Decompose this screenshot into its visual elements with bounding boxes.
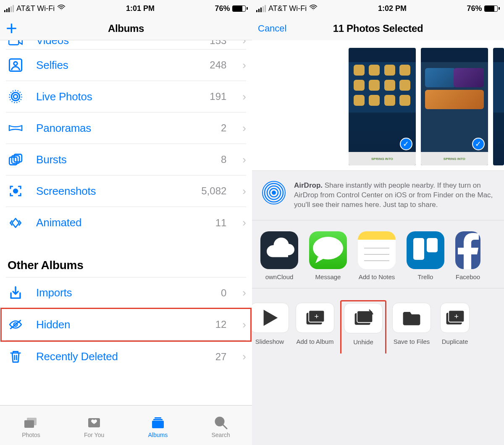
album-row-screenshots[interactable]: Screenshots 5,082 ›	[6, 175, 246, 207]
album-count: 27	[215, 351, 227, 363]
section-other-albums: Other Albums	[8, 259, 246, 272]
airdrop-section[interactable]: AirDrop. Share instantly with people nea…	[252, 171, 504, 220]
album-label: Recently Deleted	[36, 350, 203, 363]
album-row-selfies[interactable]: Selfies 248 ›	[6, 50, 246, 81]
album-label: Screenshots	[36, 185, 189, 198]
albums-screen: AT&T Wi-Fi 1:01 PM 76% + Albums Videos 1…	[0, 0, 252, 445]
tab-for-you[interactable]: For You	[84, 416, 104, 438]
album-label: Hidden	[36, 318, 203, 331]
share-app-trello[interactable]: Trello	[407, 231, 444, 280]
battery-icon	[484, 5, 500, 12]
share-actions-row[interactable]: Slideshow + Add to Album Unhide Save to …	[252, 288, 504, 353]
album-count: 2	[221, 122, 226, 134]
status-time: 1:02 PM	[378, 4, 407, 13]
chevron-icon: ›	[242, 90, 246, 103]
chevron-icon: ›	[242, 350, 246, 363]
share-apps-row[interactable]: ownCloud Message Add to Notes Trello Fac…	[252, 220, 504, 288]
album-label: Videos	[36, 40, 197, 47]
animated-icon	[8, 215, 24, 231]
share-sheet: AirDrop. Share instantly with people nea…	[252, 170, 504, 445]
action-label: Save to Files	[394, 338, 430, 345]
tab-label: Photos	[22, 432, 40, 438]
app-label: ownCloud	[265, 273, 294, 280]
action-duplicate[interactable]: + Duplicate	[440, 303, 470, 346]
album-count: 5,082	[201, 185, 226, 197]
album-row-videos[interactable]: Videos 153 ›	[6, 40, 246, 50]
signal-icon	[4, 5, 14, 12]
panorama-icon	[8, 120, 24, 136]
album-label: Imports	[36, 286, 208, 299]
album-count: 12	[215, 319, 227, 330]
albums-icon	[150, 416, 166, 430]
album-count: 248	[210, 59, 226, 71]
facebook-icon	[455, 231, 480, 269]
album-row-animated[interactable]: Animated 11 ›	[6, 207, 246, 238]
add-button[interactable]: +	[6, 23, 17, 34]
app-label: Trello	[418, 273, 433, 280]
svg-point-3	[13, 94, 18, 99]
album-row-live-photos[interactable]: Live Photos 191 ›	[6, 81, 246, 113]
photo-thumbnail[interactable]: SPRING INTO ✓	[349, 48, 416, 165]
album-count: 191	[210, 91, 226, 102]
photo-thumbnail-partial[interactable]	[493, 48, 504, 165]
tab-label: Albums	[148, 432, 168, 438]
chevron-icon: ›	[242, 216, 246, 229]
action-label: Unhide	[353, 338, 373, 346]
page-title: 11 Photos Selected	[252, 23, 504, 34]
svg-rect-30	[427, 238, 438, 252]
cancel-button[interactable]: Cancel	[258, 23, 286, 34]
action-label: Slideshow	[255, 338, 284, 345]
play-icon	[252, 303, 289, 333]
album-row-hidden[interactable]: Hidden 12 ›	[6, 309, 246, 340]
checkmark-icon: ✓	[400, 138, 412, 150]
svg-rect-13	[27, 418, 37, 425]
hidden-icon	[8, 317, 24, 332]
share-app-message[interactable]: Message	[309, 231, 347, 280]
chevron-icon: ›	[242, 153, 246, 166]
tab-photos[interactable]: Photos	[22, 416, 40, 438]
album-label: Live Photos	[36, 90, 197, 103]
share-app-owncloud[interactable]: ownCloud	[260, 231, 298, 280]
svg-point-20	[272, 191, 276, 195]
photo-thumbnail[interactable]: SPRING INTO ✓	[421, 48, 488, 165]
status-bar: AT&T Wi-Fi 1:02 PM 76%	[252, 0, 504, 17]
album-row-imports[interactable]: Imports 0 ›	[6, 277, 246, 309]
album-count: 153	[210, 40, 226, 47]
share-app-notes[interactable]: Add to Notes	[358, 231, 396, 280]
action-save-to-files[interactable]: Save to Files	[392, 303, 431, 346]
airdrop-text: AirDrop. Share instantly with people nea…	[294, 181, 496, 210]
chevron-icon: ›	[242, 59, 246, 72]
tab-albums[interactable]: Albums	[148, 416, 168, 438]
tab-label: For You	[84, 432, 104, 438]
svg-rect-15	[152, 421, 164, 428]
wifi-icon	[57, 3, 66, 14]
svg-point-9	[13, 188, 18, 194]
selected-thumbnails[interactable]: SPRING INTO ✓ SPRING INTO ✓	[252, 40, 504, 170]
album-label: Animated	[36, 216, 203, 229]
album-row-panoramas[interactable]: Panoramas 2 ›	[6, 113, 246, 144]
signal-icon	[256, 5, 266, 12]
nav-bar: + Albums	[0, 17, 252, 40]
svg-rect-17	[155, 417, 161, 419]
action-add-to-album[interactable]: + Add to Album	[296, 303, 334, 346]
action-unhide[interactable]: Unhide	[344, 303, 383, 346]
action-label: Duplicate	[442, 338, 468, 345]
action-label: Add to Album	[296, 338, 333, 345]
album-count: 11	[215, 217, 227, 229]
action-slideshow[interactable]: Slideshow	[253, 303, 286, 346]
foryou-icon	[86, 416, 102, 430]
share-screen: AT&T Wi-Fi 1:02 PM 76% Cancel 11 Photos …	[252, 0, 504, 445]
chevron-icon: ›	[242, 122, 246, 135]
selfie-icon	[8, 57, 24, 73]
album-row-bursts[interactable]: Bursts 8 ›	[6, 144, 246, 175]
svg-point-25	[313, 237, 343, 259]
album-list[interactable]: Videos 153 › Selfies 248 › Live Photos 1…	[0, 40, 252, 405]
share-app-facebook[interactable]: Faceboo	[455, 231, 480, 280]
burst-icon	[8, 152, 24, 168]
folder-plus-icon: +	[296, 303, 334, 333]
video-icon	[8, 40, 24, 49]
chevron-icon: ›	[242, 286, 246, 299]
album-row-recently-deleted[interactable]: Recently Deleted 27 ›	[6, 341, 246, 372]
svg-rect-16	[153, 419, 163, 420]
tab-search[interactable]: Search	[211, 416, 230, 438]
